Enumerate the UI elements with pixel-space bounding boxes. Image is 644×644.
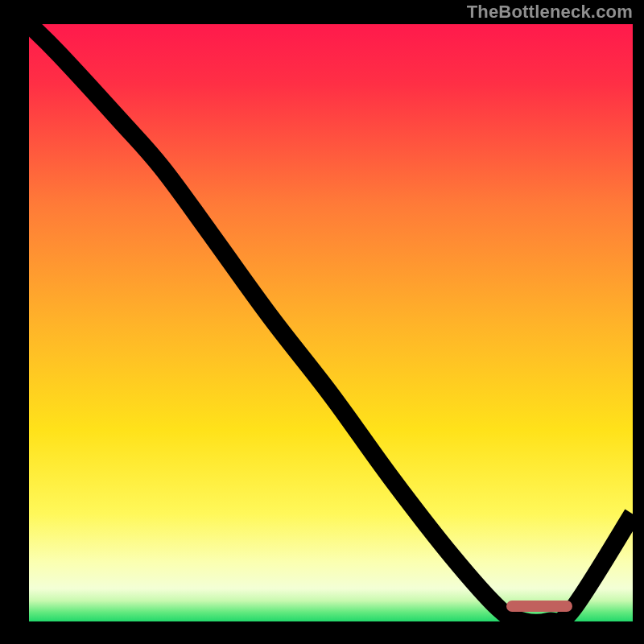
plot-area [29,24,633,621]
watermark-text: TheBottleneck.com [467,2,633,23]
optimal-range-marker [506,601,573,612]
chart-frame: TheBottleneck.com [0,0,644,644]
bottleneck-curve [29,24,633,621]
